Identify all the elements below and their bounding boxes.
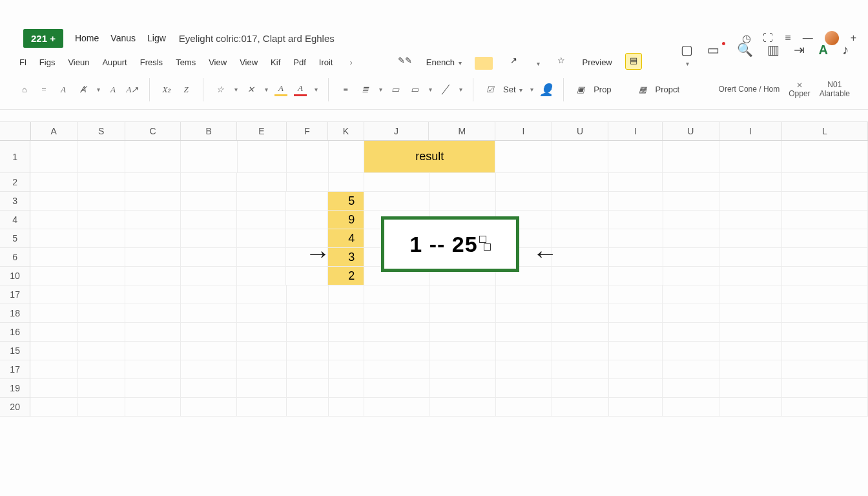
cell[interactable] [30, 342, 77, 360]
cell[interactable] [237, 229, 286, 248]
line-icon[interactable]: ╱ [439, 83, 451, 96]
cell[interactable] [429, 360, 496, 379]
cell[interactable] [782, 192, 868, 211]
cell[interactable] [609, 173, 663, 192]
cell[interactable] [429, 323, 496, 342]
cell[interactable] [609, 360, 663, 379]
cell[interactable] [181, 323, 238, 342]
propct-label[interactable]: Propct [656, 85, 680, 94]
cell[interactable] [663, 360, 719, 379]
cell[interactable] [719, 229, 782, 248]
set-dropdown[interactable]: Set ▾ [503, 85, 522, 94]
cell[interactable] [125, 342, 181, 360]
propct-icon[interactable]: ▦ [636, 83, 649, 96]
cell[interactable] [663, 379, 719, 398]
cell[interactable] [329, 360, 364, 379]
row-header[interactable]: 17 [0, 360, 30, 379]
cell[interactable] [78, 211, 125, 229]
cell[interactable] [663, 285, 719, 304]
cell[interactable] [287, 379, 329, 398]
cell[interactable] [237, 304, 286, 323]
col-header[interactable]: I [495, 122, 552, 140]
plus-icon[interactable]: + [851, 32, 856, 44]
cell[interactable] [78, 342, 125, 360]
cell[interactable] [364, 360, 429, 379]
cell[interactable] [496, 379, 553, 398]
cell[interactable] [663, 267, 720, 285]
document-icon[interactable]: ▤ [625, 53, 642, 70]
cell[interactable] [329, 304, 364, 323]
cell[interactable] [287, 285, 329, 304]
cell[interactable] [663, 304, 719, 323]
cell[interactable] [125, 192, 181, 211]
col-header[interactable]: K [328, 122, 364, 140]
col-header[interactable]: M [429, 122, 495, 140]
prop-icon[interactable]: ▣ [574, 83, 587, 96]
cell[interactable] [782, 267, 868, 285]
col-header[interactable]: B [181, 122, 238, 140]
cell[interactable] [30, 360, 77, 379]
tab-iroit[interactable]: Iroit [319, 57, 333, 70]
cell[interactable] [30, 323, 77, 342]
cell[interactable] [329, 285, 364, 304]
cell[interactable] [552, 323, 609, 342]
close-small-icon[interactable]: ✕ [796, 81, 803, 90]
cell[interactable] [125, 285, 181, 304]
cell[interactable] [552, 173, 609, 192]
cell[interactable] [78, 304, 125, 323]
cell[interactable] [78, 248, 125, 267]
cell[interactable] [329, 141, 365, 173]
cell[interactable] [329, 379, 364, 398]
col-header[interactable]: I [608, 122, 663, 140]
cell[interactable] [125, 304, 181, 323]
person-icon[interactable]: 👤 [540, 83, 553, 96]
align-left-icon[interactable]: ≡ [339, 83, 352, 96]
cell[interactable] [496, 323, 553, 342]
menu-ligw[interactable]: Ligw [147, 33, 166, 43]
col-header[interactable]: U [663, 122, 719, 140]
cell[interactable] [364, 304, 429, 323]
cell[interactable] [30, 248, 77, 267]
cell[interactable] [287, 173, 329, 192]
cell[interactable] [719, 141, 782, 173]
cell[interactable] [663, 173, 719, 192]
cell[interactable] [286, 192, 328, 211]
cell[interactable] [329, 173, 364, 192]
cell[interactable] [286, 211, 328, 229]
cell[interactable] [181, 285, 238, 304]
cell[interactable] [552, 360, 609, 379]
cell[interactable] [429, 192, 496, 211]
cell[interactable] [125, 267, 181, 285]
cell[interactable] [125, 173, 181, 192]
equals-icon[interactable]: = [37, 83, 50, 96]
cell[interactable] [78, 192, 125, 211]
cell[interactable] [429, 173, 496, 192]
cell[interactable] [78, 267, 125, 285]
cell[interactable] [552, 398, 609, 417]
cell[interactable] [608, 141, 663, 173]
cell[interactable] [30, 173, 77, 192]
cell[interactable] [78, 360, 125, 379]
cell[interactable] [237, 192, 286, 211]
cell[interactable] [78, 173, 125, 192]
cell[interactable] [181, 141, 238, 173]
cell[interactable] [364, 398, 429, 417]
cell[interactable] [663, 192, 720, 211]
cell[interactable] [609, 229, 663, 248]
cell[interactable] [237, 285, 286, 304]
clear-icon[interactable]: ✕ [244, 83, 257, 96]
cell[interactable] [181, 229, 238, 248]
cell[interactable] [719, 304, 782, 323]
row-header[interactable]: 5 [0, 229, 30, 248]
cell[interactable] [496, 398, 553, 417]
cell[interactable] [286, 267, 328, 285]
cell[interactable] [719, 379, 782, 398]
cell[interactable] [782, 173, 868, 192]
cell[interactable] [552, 267, 609, 285]
row-header[interactable]: 19 [0, 379, 30, 398]
cell[interactable] [719, 360, 782, 379]
cell[interactable] [329, 342, 364, 360]
cell[interactable] [719, 267, 782, 285]
cell[interactable] [552, 141, 609, 173]
cell[interactable] [496, 342, 553, 360]
